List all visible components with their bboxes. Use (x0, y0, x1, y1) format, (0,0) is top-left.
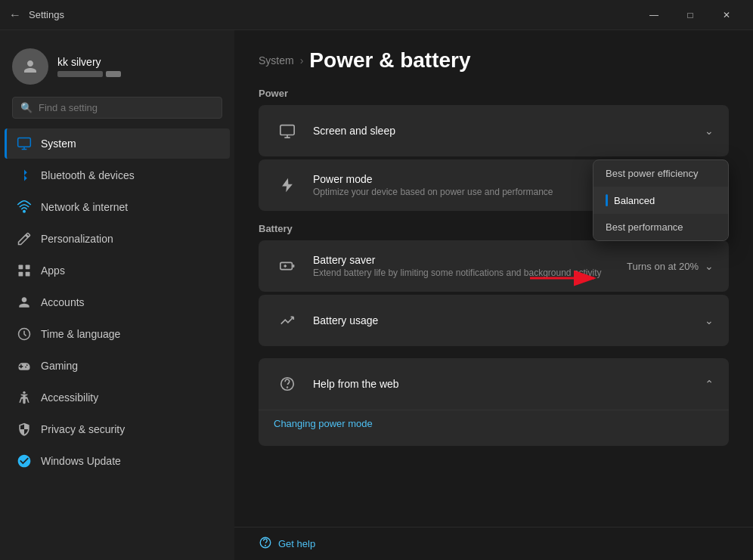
network-icon (17, 200, 32, 215)
sidebar-item-bluetooth[interactable]: Bluetooth & devices (5, 160, 230, 190)
battery-saver-right: Turns on at 20% ⌄ (627, 260, 714, 272)
app-title: Settings (29, 9, 64, 20)
dropdown-item-best-efficiency[interactable]: Best power efficiency (593, 160, 728, 187)
battery-usage-title: Battery usage (313, 314, 705, 326)
sidebar-label-update: Windows Update (41, 455, 121, 467)
sidebar-item-privacy[interactable]: Privacy & security (5, 414, 230, 444)
sidebar-item-network[interactable]: Network & internet (5, 192, 230, 222)
sidebar-label-personalization: Personalization (41, 233, 113, 245)
sidebar-item-accessibility[interactable]: Accessibility (5, 382, 230, 413)
chevron-down-icon-3: ⌄ (705, 314, 714, 326)
breadcrumb: System › Power & battery (259, 48, 729, 73)
chevron-down-icon: ⌄ (705, 125, 714, 137)
page-title: Power & battery (309, 48, 470, 73)
svg-rect-4 (19, 272, 23, 277)
arrow-indicator (522, 265, 613, 292)
gaming-icon (17, 358, 32, 373)
breadcrumb-chevron: › (300, 54, 304, 67)
sidebar-label-accessibility: Accessibility (41, 391, 98, 404)
user-info: kk silvery (57, 56, 121, 77)
chevron-down-icon-2: ⌄ (705, 260, 714, 272)
dropdown-item-balanced[interactable]: Balanced (593, 187, 728, 214)
sidebar-item-accounts[interactable]: Accounts (5, 287, 230, 317)
sidebar-item-system[interactable]: System (5, 128, 230, 159)
sidebar-label-privacy: Privacy & security (41, 423, 125, 435)
dropdown-item-best-performance[interactable]: Best performance (593, 214, 728, 240)
footer[interactable]: Get help (234, 527, 753, 560)
battery-saver-status: Turns on at 20% (627, 261, 699, 272)
battery-usage-content: Battery usage (313, 314, 705, 326)
power-mode-icon (274, 172, 301, 199)
svg-point-7 (23, 391, 25, 394)
sidebar-item-update[interactable]: Windows Update (5, 446, 230, 476)
svg-point-1 (23, 211, 26, 213)
search-input[interactable] (39, 102, 214, 113)
screen-sleep-title: Screen and sleep (313, 125, 705, 137)
power-mode-dropdown: Best power efficiency Balanced Best perf… (593, 159, 729, 241)
battery-usage-card: Battery usage ⌄ (259, 295, 729, 346)
sidebar-label-accounts: Accounts (41, 296, 85, 308)
app-container: kk silvery 🔍 System Bluetooth & device (0, 30, 753, 560)
sidebar-label-time: Time & language (41, 328, 120, 340)
svg-rect-8 (280, 125, 294, 135)
user-section: kk silvery (0, 42, 234, 97)
battery-saver-icon (274, 252, 301, 280)
help-header[interactable]: Help from the web ⌄ (259, 358, 729, 410)
footer-label: Get help (278, 538, 315, 549)
bar-segment-2 (106, 71, 121, 77)
window-controls: — □ ✕ (637, 3, 744, 27)
main-content: System › Power & battery Power Screen an… (234, 30, 753, 560)
svg-point-12 (287, 387, 288, 388)
sidebar-label-apps: Apps (41, 265, 65, 277)
avatar (12, 48, 48, 85)
sidebar-item-gaming[interactable]: Gaming (5, 351, 230, 381)
sidebar-label-system: System (41, 138, 76, 150)
user-progress-bar (57, 71, 121, 77)
back-icon[interactable]: ← (9, 8, 21, 22)
accessibility-icon (17, 390, 32, 405)
help-link-power-mode[interactable]: Changing power mode (274, 410, 714, 437)
system-icon (17, 136, 32, 151)
help-links: Changing power mode (259, 410, 729, 446)
sidebar-label-gaming: Gaming (41, 360, 78, 372)
minimize-button[interactable]: — (637, 3, 671, 27)
privacy-icon (17, 422, 32, 437)
screen-sleep-icon (274, 117, 301, 144)
power-mode-card: Power mode Optimize your device based on… (259, 159, 729, 211)
footer-icon (259, 536, 272, 552)
close-button[interactable]: ✕ (709, 3, 744, 27)
sidebar-label-bluetooth: Bluetooth & devices (41, 169, 135, 181)
svg-rect-3 (26, 265, 30, 270)
bar-segment-1 (57, 71, 103, 77)
help-content: Help from the web (313, 378, 705, 390)
power-mode-row[interactable]: Power mode Optimize your device based on… (259, 159, 729, 211)
user-name: kk silvery (57, 56, 121, 68)
svg-rect-0 (18, 138, 31, 147)
sidebar-label-network: Network & internet (41, 201, 128, 213)
help-right: ⌄ (705, 378, 714, 390)
svg-point-14 (265, 545, 266, 546)
sidebar-item-time[interactable]: Time & language (5, 319, 230, 349)
help-icon (274, 370, 301, 398)
help-card: Help from the web ⌄ Changing power mode (259, 358, 729, 446)
selected-indicator (606, 194, 608, 206)
apps-icon (17, 263, 32, 278)
search-box[interactable]: 🔍 (12, 97, 222, 119)
screen-sleep-row[interactable]: Screen and sleep ⌄ (259, 105, 729, 156)
section-power-title: Power (259, 88, 729, 99)
breadcrumb-parent[interactable]: System (259, 54, 294, 67)
battery-usage-icon (274, 307, 301, 334)
update-icon (17, 453, 32, 469)
maximize-button[interactable]: □ (673, 3, 708, 27)
chevron-up-icon: ⌄ (705, 378, 714, 390)
battery-usage-row[interactable]: Battery usage ⌄ (259, 295, 729, 346)
time-icon (17, 326, 32, 342)
sidebar-item-personalization[interactable]: Personalization (5, 224, 230, 254)
best-efficiency-label: Best power efficiency (606, 168, 699, 179)
balanced-label: Balanced (614, 195, 655, 206)
sidebar-item-apps[interactable]: Apps (5, 255, 230, 286)
search-icon: 🔍 (20, 102, 33, 113)
screen-sleep-right: ⌄ (705, 125, 714, 137)
personalization-icon (17, 231, 32, 246)
battery-saver-row[interactable]: Battery saver Extend battery life by lim… (259, 240, 729, 292)
